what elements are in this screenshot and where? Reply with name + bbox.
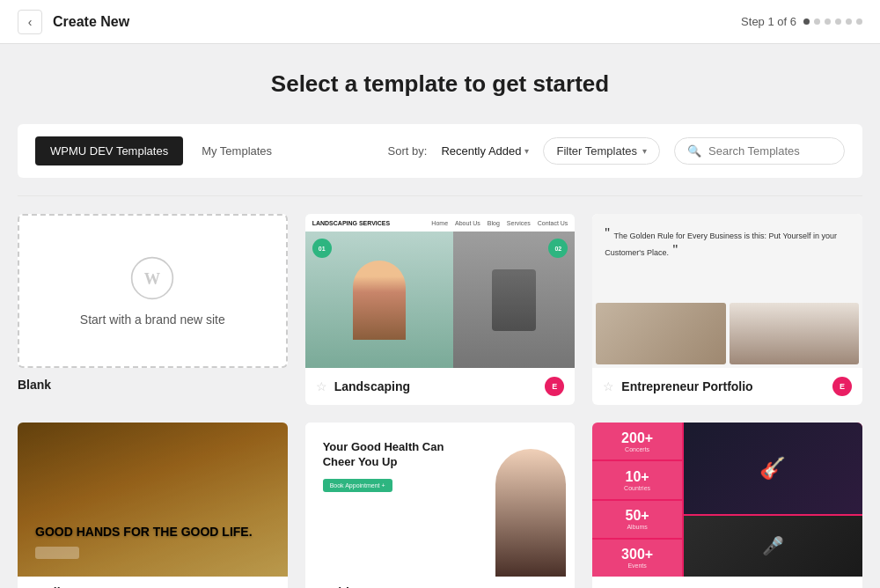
event-num-albums: 50+ <box>626 508 649 524</box>
step-dot-4 <box>835 18 841 25</box>
health-content: Your Good Health Can Cheer You Up Book A… <box>323 440 464 492</box>
elementor-badge-landscaping: E <box>545 377 564 396</box>
event-stat-events: 300+ Events <box>592 540 682 577</box>
elementor-label-e: E <box>840 382 845 391</box>
entrepreneur-img-2 <box>730 303 859 364</box>
concert-band-icon: 🎤 <box>762 535 784 556</box>
header-steps: Step 1 of 6 <box>741 15 862 28</box>
health-person-silhouette <box>495 449 566 577</box>
nav-contact: Contact Us <box>538 220 568 226</box>
nav-home: Home <box>431 220 448 226</box>
filter-label: Filter Templates <box>556 144 637 158</box>
concert-crowd-icon: 🎸 <box>759 456 786 481</box>
event-stat-albums: 50+ Albums <box>592 501 682 538</box>
sort-select[interactable]: Recently Added ▾ <box>441 144 529 158</box>
event-label-concerts: Concerts <box>625 446 649 452</box>
health-thumb: Your Good Health Can Cheer You Up Book A… <box>305 423 576 577</box>
family-content: GOOD HANDS FOR THE GOOD LIFE. <box>35 525 253 559</box>
event-stats-col: 200+ Concerts 10+ Countries 50+ Albums 3… <box>592 423 682 577</box>
step-dot-5 <box>846 18 852 25</box>
templates-grid: W Start with a brand new site Blank LAND… <box>18 214 862 588</box>
filter-chevron-icon: ▾ <box>642 146 647 156</box>
search-input[interactable] <box>708 144 832 158</box>
health-heading: Your Good Health Can Cheer You Up <box>323 440 464 470</box>
template-card-landscaping[interactable]: LANDSCAPING SERVICES Home About Us Blog … <box>305 214 576 405</box>
back-button[interactable]: ‹ <box>18 10 42 34</box>
quote-close-icon: " <box>673 243 678 258</box>
quote-open-icon: " <box>605 226 610 241</box>
nav-about: About Us <box>455 220 480 226</box>
template-card-entrepreneur[interactable]: " The Golden Rule for Every Business is … <box>592 214 862 405</box>
sort-by-label: Sort by: <box>388 144 428 158</box>
landscaping-img-right: 02 <box>453 232 575 368</box>
blank-card-footer: Blank <box>18 368 288 401</box>
star-icon-landscaping[interactable]: ☆ <box>316 379 327 393</box>
event-label-events: Events <box>627 562 646 569</box>
entrepreneur-quote: The Golden Rule for Every Business is th… <box>605 232 837 257</box>
header-title: Create New <box>53 14 129 30</box>
family-cta-placeholder <box>35 547 79 559</box>
entrepreneur-thumb: " The Golden Rule for Every Business is … <box>592 214 862 368</box>
step-dot-3 <box>825 18 831 25</box>
family-heading: GOOD HANDS FOR THE GOOD LIFE. <box>35 525 253 540</box>
person-silhouette <box>353 261 406 340</box>
entrepreneur-name: Entrepreneur Portfolio <box>621 379 825 393</box>
main-content: Select a template to get started WPMU DE… <box>0 44 880 588</box>
tab-wpmu-dev[interactable]: WPMU DEV Templates <box>35 136 183 165</box>
sort-chevron-icon: ▾ <box>524 146 529 156</box>
event-photos: 🎸 🎤 <box>684 423 862 577</box>
family-footer: Family <box>18 577 288 588</box>
toolbar: WPMU DEV Templates My Templates Sort by:… <box>18 124 862 178</box>
event-footer: Event <box>592 577 862 588</box>
template-card-blank[interactable]: W Start with a brand new site Blank <box>18 214 288 405</box>
star-icon-entrepreneur[interactable]: ☆ <box>603 379 614 393</box>
landscaping-main: 01 02 <box>305 232 576 368</box>
steps-dots <box>803 18 862 25</box>
event-label-countries: Countries <box>624 485 650 491</box>
header: ‹ Create New Step 1 of 6 <box>0 0 880 44</box>
tab-my-templates[interactable]: My Templates <box>187 136 287 165</box>
event-stat-concerts: 200+ Concerts <box>592 423 682 459</box>
event-label-albums: Albums <box>627 524 647 530</box>
landscaping-img-left: 01 <box>305 232 454 368</box>
entrepreneur-footer: ☆ Entrepreneur Portfolio E <box>592 368 862 405</box>
nav-blog: Blog <box>488 220 500 226</box>
blank-card-preview: W Start with a brand new site <box>18 214 288 368</box>
search-icon: 🔍 <box>687 144 701 158</box>
template-card-event[interactable]: 200+ Concerts 10+ Countries 50+ Albums 3… <box>592 423 862 588</box>
landscaping-logo: LANDSCAPING SERVICES <box>312 220 391 226</box>
blank-card-text: Start with a brand new site <box>80 312 225 327</box>
entrepreneur-quote-area: " The Golden Rule for Every Business is … <box>592 214 862 303</box>
template-card-family[interactable]: GOOD HANDS FOR THE GOOD LIFE. Family <box>18 423 288 588</box>
step-dot-6 <box>856 18 862 25</box>
landscaping-thumb: LANDSCAPING SERVICES Home About Us Blog … <box>305 214 576 368</box>
filter-button[interactable]: Filter Templates ▾ <box>543 137 660 165</box>
nav-services: Services <box>507 220 531 226</box>
entrepreneur-images <box>592 303 862 368</box>
landscaping-nav: LANDSCAPING SERVICES Home About Us Blog … <box>305 214 576 232</box>
back-icon: ‹ <box>28 15 33 29</box>
landscaping-name: Landscaping <box>334 379 539 393</box>
step-dot-1 <box>803 18 810 25</box>
elementor-label: E <box>552 382 557 391</box>
family-thumb: GOOD HANDS FOR THE GOOD LIFE. <box>18 423 288 577</box>
health-footer: Health <box>305 577 576 588</box>
step-label: Step 1 of 6 <box>741 15 796 28</box>
divider <box>18 195 862 196</box>
blank-card-name: Blank <box>18 378 51 392</box>
template-card-health[interactable]: Your Good Health Can Cheer You Up Book A… <box>305 423 576 588</box>
event-num-concerts: 200+ <box>621 430 653 446</box>
landscaping-badge-2: 02 <box>548 239 568 258</box>
tools-silhouette <box>492 269 536 331</box>
landscaping-footer: ☆ Landscaping E <box>305 368 576 405</box>
business-person-silhouette <box>730 303 859 364</box>
sort-value: Recently Added <box>441 144 521 158</box>
event-num-events: 300+ <box>621 547 653 562</box>
tab-group: WPMU DEV Templates My Templates <box>35 136 287 165</box>
health-cta: Book Appointment + <box>323 479 392 492</box>
wordpress-logo: W <box>130 256 174 300</box>
landscaping-badge-1: 01 <box>312 239 332 258</box>
event-photo-1: 🎸 <box>684 423 862 514</box>
event-photo-2: 🎤 <box>684 516 862 577</box>
event-stat-countries: 10+ Countries <box>592 461 682 498</box>
